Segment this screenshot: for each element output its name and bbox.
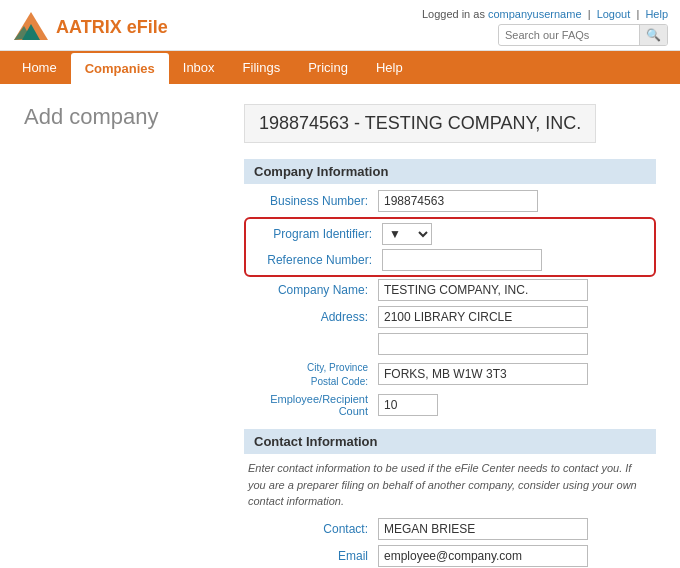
contact-input[interactable] [378, 518, 588, 540]
company-info-header: Company Information [244, 159, 656, 184]
highlighted-fields-row: Program Identifier: ▼ Reference Number: [244, 217, 656, 277]
company-info-section: Company Information Business Number: Pro… [244, 159, 656, 568]
nav-inbox[interactable]: Inbox [169, 51, 229, 84]
top-right-area: Logged in as companyusername | Logout | … [422, 8, 668, 46]
company-header: 198874563 - TESTING COMPANY, INC. [244, 104, 656, 143]
help-link[interactable]: Help [645, 8, 668, 20]
top-right-links: Logged in as companyusername | Logout | … [422, 8, 668, 20]
program-identifier-label: Program Identifier: [252, 227, 382, 241]
logo: AATRIX eFile [12, 10, 168, 44]
company-title: 198874563 - TESTING COMPANY, INC. [244, 104, 596, 143]
reference-number-input[interactable] [382, 249, 542, 271]
city-province-label: City, Province Postal Code: [248, 360, 378, 388]
nav-help[interactable]: Help [362, 51, 417, 84]
search-input[interactable] [499, 26, 639, 44]
company-name-row: Company Name: [244, 279, 656, 301]
city-row: City, Province Postal Code: [244, 360, 656, 388]
email-label: Email [248, 549, 378, 563]
company-name-label: Company Name: [248, 283, 378, 297]
address-row: Address: [244, 306, 656, 328]
search-bar: 🔍 [498, 24, 668, 46]
program-identifier-select[interactable]: ▼ [382, 223, 432, 245]
company-name-input[interactable] [378, 279, 588, 301]
logo-icon [12, 10, 50, 44]
search-button[interactable]: 🔍 [639, 25, 667, 45]
business-number-label: Business Number: [248, 194, 378, 208]
employee-count-row: Employee/Recipient Count [244, 393, 656, 417]
top-bar: AATRIX eFile Logged in as companyusernam… [0, 0, 680, 51]
reference-number-label: Reference Number: [252, 253, 382, 267]
nav-home[interactable]: Home [8, 51, 71, 84]
employee-count-input[interactable] [378, 394, 438, 416]
nav-filings[interactable]: Filings [229, 51, 295, 84]
employee-count-label: Employee/Recipient Count [248, 393, 378, 417]
contact-info-text: Enter contact information to be used if … [244, 460, 656, 510]
address-input[interactable] [378, 306, 588, 328]
logo-text: AATRIX eFile [56, 17, 168, 38]
city-input[interactable] [378, 363, 588, 385]
address2-input[interactable] [378, 333, 588, 355]
logout-link[interactable]: Logout [597, 8, 631, 20]
contact-label: Contact: [248, 522, 378, 536]
nav-companies[interactable]: Companies [71, 53, 169, 84]
main-content: Add company 198874563 - TESTING COMPANY,… [0, 84, 680, 568]
business-number-input[interactable] [378, 190, 538, 212]
email-input[interactable] [378, 545, 588, 567]
address2-row [244, 333, 656, 355]
business-number-row: Business Number: [244, 190, 656, 212]
email-row: Email [244, 545, 656, 567]
contact-info-header: Contact Information [244, 429, 656, 454]
username-link[interactable]: companyusername [488, 8, 582, 20]
address-label: Address: [248, 310, 378, 324]
contact-row: Contact: [244, 518, 656, 540]
main-nav: Home Companies Inbox Filings Pricing Hel… [0, 51, 680, 84]
nav-pricing[interactable]: Pricing [294, 51, 362, 84]
page-title: Add company [24, 104, 224, 130]
